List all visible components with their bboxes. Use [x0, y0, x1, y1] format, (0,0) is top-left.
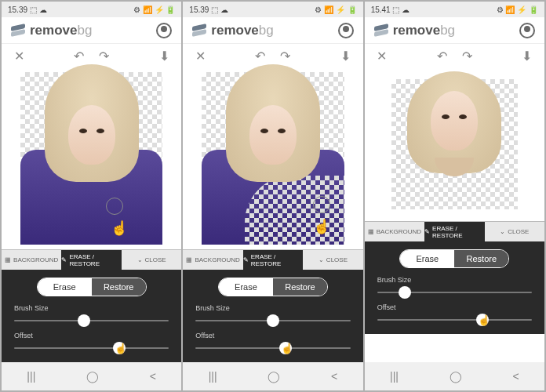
back-icon[interactable]: < — [331, 370, 337, 383]
logo-icon — [192, 24, 206, 38]
brush-size-slider[interactable] — [195, 314, 350, 327]
erase-button[interactable]: Erase — [400, 250, 454, 267]
app-header: removebg — [365, 17, 544, 44]
redo-icon[interactable]: ↷ — [279, 49, 292, 62]
brush-cursor — [313, 196, 330, 213]
tab-erase-restore[interactable]: ✎ERASE / RESTORE — [61, 250, 121, 270]
app-header: removebg — [2, 17, 181, 44]
status-bar: 15.39 ⬚ ☁ ⚙ 📶 ⚡ 🔋 — [2, 2, 181, 17]
erase-panel: Erase Restore Brush Size Offset — [365, 241, 544, 334]
clock: 15.39 ⬚ ☁ — [8, 5, 47, 14]
close-icon[interactable]: ✕ — [376, 49, 388, 62]
undo-icon[interactable]: ↶ — [73, 49, 86, 62]
status-icons: ⚙ 📶 ⚡ 🔋 — [133, 5, 175, 14]
mode-segment: Erase Restore — [37, 278, 147, 296]
logo-icon — [11, 24, 25, 38]
brush-size-label: Brush Size — [195, 304, 350, 312]
download-icon[interactable]: ⬇ — [340, 49, 352, 62]
download-icon[interactable]: ⬇ — [158, 49, 170, 62]
offset-label: Offset — [195, 332, 350, 339]
bottom-tabs: ▦BACKGROUND ✎ERASE / RESTORE ⌄CLOSE — [2, 249, 181, 270]
image-preview[interactable] — [391, 79, 518, 209]
android-nav: ||| ◯ < — [2, 362, 181, 390]
download-icon[interactable]: ⬇ — [521, 49, 533, 62]
canvas[interactable]: ☝ — [2, 67, 181, 249]
erase-panel: Erase Restore Brush Size Offset — [2, 270, 181, 362]
brush-size-label: Brush Size — [14, 304, 169, 312]
recent-apps-icon[interactable]: ||| — [27, 370, 35, 383]
erase-panel: Erase Restore Brush Size Offset — [183, 270, 362, 362]
pointer-hand-icon: ☝ — [111, 220, 128, 237]
mode-segment: Erase Restore — [218, 278, 328, 296]
restore-button[interactable]: Restore — [454, 250, 508, 267]
clock: 15.39 ⬚ ☁ — [189, 5, 228, 14]
close-icon[interactable]: ✕ — [194, 49, 206, 62]
status-icons: ⚙ 📶 ⚡ 🔋 — [497, 5, 538, 14]
offset-slider[interactable] — [14, 342, 169, 354]
status-bar: 15.41 ⬚ ☁ ⚙ 📶 ⚡ 🔋 — [365, 2, 544, 17]
erase-button[interactable]: Erase — [38, 278, 92, 296]
undo-icon[interactable]: ↶ — [254, 49, 267, 62]
image-preview[interactable]: ☝ — [202, 72, 344, 245]
image-preview[interactable]: ☝ — [20, 72, 162, 245]
undo-icon[interactable]: ↶ — [435, 49, 448, 62]
tab-close[interactable]: ⌄CLOSE — [303, 250, 362, 270]
pointer-hand-icon: ☝ — [313, 218, 330, 235]
offset-slider[interactable] — [377, 314, 532, 326]
canvas[interactable] — [365, 67, 544, 221]
spacer — [365, 334, 544, 362]
status-bar: 15.39 ⬚ ☁ ⚙ 📶 ⚡ 🔋 — [183, 2, 362, 17]
recent-apps-icon[interactable]: ||| — [209, 370, 217, 383]
tab-erase-restore[interactable]: ✎ERASE / RESTORE — [424, 222, 484, 241]
redo-icon[interactable]: ↷ — [460, 49, 473, 62]
home-icon[interactable]: ◯ — [86, 370, 99, 383]
tab-erase-restore[interactable]: ✎ERASE / RESTORE — [243, 250, 303, 270]
restore-button[interactable]: Restore — [273, 278, 327, 296]
brush-size-slider[interactable] — [14, 314, 169, 327]
home-icon[interactable]: ◯ — [268, 370, 280, 383]
bottom-tabs: ▦BACKGROUND ✎ERASE / RESTORE ⌄CLOSE — [365, 221, 544, 241]
brand-text: removebg — [211, 23, 273, 38]
logo-icon — [374, 24, 388, 38]
mode-segment: Erase Restore — [399, 249, 509, 268]
tab-background[interactable]: ▦BACKGROUND — [183, 250, 242, 270]
android-nav: ||| ◯ < — [365, 362, 544, 390]
bottom-tabs: ▦BACKGROUND ✎ERASE / RESTORE ⌄CLOSE — [183, 249, 362, 270]
tab-close[interactable]: ⌄CLOSE — [485, 222, 544, 241]
tab-background[interactable]: ▦BACKGROUND — [2, 250, 61, 270]
brand-text: removebg — [393, 23, 455, 38]
brush-size-slider[interactable] — [377, 286, 532, 299]
home-icon[interactable]: ◯ — [450, 370, 462, 383]
redo-icon[interactable]: ↷ — [98, 49, 111, 62]
brush-size-label: Brush Size — [377, 276, 532, 284]
tab-background[interactable]: ▦BACKGROUND — [365, 222, 424, 241]
restore-button[interactable]: Restore — [92, 278, 146, 296]
status-icons: ⚙ 📶 ⚡ 🔋 — [315, 5, 356, 14]
erase-button[interactable]: Erase — [219, 278, 273, 296]
recent-apps-icon[interactable]: ||| — [390, 370, 399, 383]
brand-text: removebg — [30, 23, 92, 38]
close-icon[interactable]: ✕ — [13, 49, 25, 62]
back-icon[interactable]: < — [512, 370, 519, 383]
offset-slider[interactable] — [195, 342, 350, 354]
offset-label: Offset — [14, 332, 169, 339]
tab-close[interactable]: ⌄CLOSE — [122, 250, 181, 270]
android-nav: ||| ◯ < — [183, 362, 362, 390]
canvas[interactable]: ☝ — [183, 67, 362, 249]
account-icon[interactable] — [519, 23, 535, 38]
editor-toolbar: ✕ ↶ ↷ ⬇ — [365, 44, 544, 67]
offset-label: Offset — [377, 303, 532, 311]
app-header: removebg — [183, 17, 362, 44]
account-icon[interactable] — [156, 23, 172, 38]
clock: 15.41 ⬚ ☁ — [371, 5, 410, 14]
back-icon[interactable]: < — [150, 370, 156, 383]
account-icon[interactable] — [338, 23, 354, 38]
